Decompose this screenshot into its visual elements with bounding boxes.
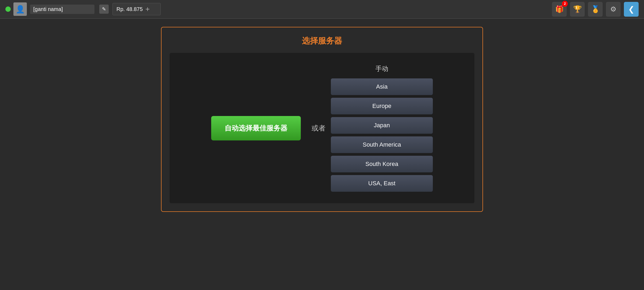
rank-button[interactable]: 🏅 <box>588 2 603 17</box>
add-balance-button[interactable]: + <box>145 5 150 13</box>
back-icon: ❮ <box>628 5 634 14</box>
rank-icon: 🏅 <box>591 5 600 13</box>
server-button-europe[interactable]: Europe <box>331 98 433 114</box>
server-button-asia[interactable]: Asia <box>331 78 433 95</box>
trophy-button[interactable]: 🏆 <box>570 2 585 17</box>
panel-inner: 自动选择最佳服务器 或者 手动 AsiaEuropeJapanSouth Ame… <box>170 53 474 203</box>
center-row: 自动选择最佳服务器 或者 手动 AsiaEuropeJapanSouth Ame… <box>211 64 433 192</box>
server-panel: 选择服务器 自动选择最佳服务器 或者 手动 AsiaEuropeJapanSou… <box>161 27 483 212</box>
manual-label: 手动 <box>375 64 388 73</box>
panel-title: 选择服务器 <box>170 35 474 46</box>
trophy-icon: 🏆 <box>573 5 582 13</box>
manual-section: 手动 AsiaEuropeJapanSouth AmericaSouth Kor… <box>331 64 433 192</box>
settings-button[interactable]: ⚙ <box>606 2 621 17</box>
balance-text: Rp. 48.875 <box>116 6 143 12</box>
auto-select-button[interactable]: 自动选择最佳服务器 <box>211 116 301 140</box>
balance-area: Rp. 48.875 + <box>112 3 161 15</box>
or-label: 或者 <box>312 124 325 133</box>
edit-username-button[interactable]: ✎ <box>99 5 109 14</box>
server-list: AsiaEuropeJapanSouth AmericaSouth KoreaU… <box>331 78 433 192</box>
gift-badge: 2 <box>562 1 568 7</box>
settings-icon: ⚙ <box>610 5 616 13</box>
gift-button[interactable]: 🎁 2 <box>552 2 567 17</box>
avatar-icon: 👤 <box>16 5 25 14</box>
top-bar: 👤 [ganti nama] ✎ Rp. 48.875 + 🎁 2 🏆 🏅 ⚙ … <box>0 0 644 19</box>
server-button-south-america[interactable]: South America <box>331 136 433 153</box>
main-content: 选择服务器 自动选择最佳服务器 或者 手动 AsiaEuropeJapanSou… <box>0 19 644 212</box>
status-dot <box>5 6 11 12</box>
server-button-usa-east[interactable]: USA, East <box>331 175 433 192</box>
server-button-japan[interactable]: Japan <box>331 117 433 134</box>
server-button-south-korea[interactable]: South Korea <box>331 156 433 172</box>
username-text: [ganti nama] <box>33 6 91 12</box>
top-bar-right: 🎁 2 🏆 🏅 ⚙ ❮ <box>552 2 639 17</box>
username-area: [ganti nama] <box>30 5 94 14</box>
avatar: 👤 <box>13 2 27 16</box>
gift-icon: 🎁 <box>555 5 564 13</box>
auto-section: 自动选择最佳服务器 <box>211 116 301 140</box>
back-button[interactable]: ❮ <box>624 2 639 17</box>
